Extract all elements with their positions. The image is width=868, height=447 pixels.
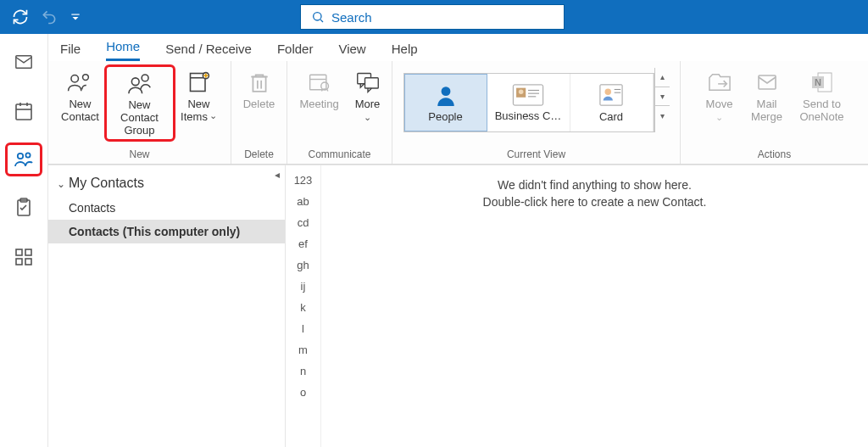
alpha-n[interactable]: n: [300, 365, 306, 377]
more-apps-rail-icon[interactable]: [9, 244, 38, 270]
svg-rect-0: [71, 14, 79, 15]
svg-point-17: [82, 75, 88, 81]
alpha-m[interactable]: m: [298, 344, 308, 356]
svg-rect-12: [16, 249, 22, 255]
send-to-onenote-button: N Send to OneNote: [793, 68, 852, 124]
group-label-delete: Delete: [244, 147, 274, 162]
new-items-icon: [186, 68, 212, 97]
svg-point-18: [131, 78, 139, 86]
svg-point-16: [70, 75, 78, 83]
view-card[interactable]: Card: [570, 74, 654, 131]
gallery-expand[interactable]: ▾: [655, 106, 670, 126]
view-gallery: People Business C…: [403, 73, 654, 132]
svg-point-19: [142, 75, 148, 81]
folder-nav-pane: ◂ ⌄ My Contacts Contacts Contacts (This …: [48, 165, 286, 447]
svg-rect-15: [25, 259, 31, 265]
search-placeholder: Search: [331, 10, 372, 25]
mail-merge-button: Mail Merge: [745, 68, 789, 124]
svg-rect-3: [16, 56, 31, 69]
alpha-ab[interactable]: ab: [297, 195, 309, 208]
empty-state[interactable]: We didn't find anything to show here. Do…: [321, 165, 868, 447]
gallery-scroll-down[interactable]: ▾: [655, 87, 670, 107]
tab-home[interactable]: Home: [106, 39, 140, 61]
chevron-down-icon: ⌄: [57, 178, 65, 190]
svg-rect-13: [25, 249, 31, 255]
calendar-rail-icon[interactable]: [9, 98, 38, 124]
svg-point-1: [314, 13, 321, 20]
svg-rect-32: [364, 78, 378, 88]
svg-rect-40: [600, 84, 622, 104]
group-label-new: New: [129, 147, 149, 162]
title-bar: Search: [0, 0, 868, 34]
mail-merge-icon: [755, 68, 779, 97]
onenote-icon: N: [810, 68, 834, 97]
svg-point-36: [519, 89, 524, 94]
nav-item-contacts[interactable]: Contacts: [48, 196, 285, 220]
ribbon: New Contact New Contact Group New Items: [48, 61, 868, 165]
gallery-scroll-up[interactable]: ▴: [655, 68, 670, 87]
new-items-button[interactable]: New Items: [177, 68, 221, 124]
ribbon-group-new: New Contact New Contact Group New Items: [48, 61, 231, 164]
view-people[interactable]: People: [404, 74, 487, 131]
svg-rect-25: [253, 77, 265, 92]
navigation-rail: [0, 34, 48, 447]
view-business-card[interactable]: Business C…: [487, 74, 570, 131]
more-communicate-button[interactable]: More⌄: [349, 68, 387, 124]
tab-file[interactable]: File: [60, 42, 81, 61]
svg-line-2: [320, 20, 323, 22]
alpha-o[interactable]: o: [300, 386, 306, 399]
people-rail-icon[interactable]: [5, 142, 42, 176]
move-button: Move⌄: [698, 68, 742, 124]
alpha-gh[interactable]: gh: [297, 259, 309, 271]
alpha-k[interactable]: k: [300, 301, 306, 314]
alpha-index: 123 ab cd ef gh ij k l m n o: [286, 165, 321, 447]
alpha-l[interactable]: l: [302, 322, 304, 335]
alpha-cd[interactable]: cd: [298, 216, 309, 229]
svg-rect-14: [16, 259, 22, 265]
group-label-current-view: Current View: [507, 147, 565, 162]
new-contact-icon: [66, 68, 95, 97]
new-contact-button[interactable]: New Contact: [58, 68, 103, 124]
more-icon: [356, 68, 380, 97]
ribbon-group-communicate: Meeting More⌄ Communicate: [287, 61, 392, 164]
tab-help[interactable]: Help: [392, 42, 418, 61]
tab-send-receive[interactable]: Send / Receive: [165, 42, 252, 61]
alpha-123[interactable]: 123: [294, 174, 313, 187]
svg-point-33: [441, 87, 450, 96]
svg-point-9: [25, 153, 30, 157]
ribbon-tabs: File Home Send / Receive Folder View Hel…: [48, 34, 868, 61]
collapse-nav-icon[interactable]: ◂: [275, 169, 280, 181]
ribbon-group-actions: Move⌄ Mail Merge N Send to OneNote: [681, 61, 868, 164]
meeting-button: Meeting: [293, 68, 346, 111]
svg-point-41: [605, 88, 611, 94]
group-label-communicate: Communicate: [308, 147, 370, 162]
nav-header-my-contacts[interactable]: ⌄ My Contacts: [48, 174, 285, 196]
alpha-ij[interactable]: ij: [301, 280, 306, 293]
search-box[interactable]: Search: [300, 4, 565, 30]
empty-line2: Double-click here to create a new Contac…: [321, 194, 868, 211]
new-contact-group-button[interactable]: New Contact Group: [104, 64, 175, 142]
mail-rail-icon[interactable]: [9, 49, 38, 75]
svg-text:N: N: [815, 77, 821, 87]
tasks-rail-icon[interactable]: [9, 195, 38, 221]
ribbon-group-current-view: People Business C…: [392, 61, 681, 164]
svg-rect-44: [759, 75, 776, 89]
move-icon: [707, 68, 732, 97]
svg-rect-4: [16, 104, 31, 120]
content-area: ◂ ⌄ My Contacts Contacts Contacts (This …: [48, 165, 868, 447]
meeting-icon: [307, 68, 332, 97]
card-icon: [598, 83, 624, 107]
person-icon: [435, 83, 457, 107]
sync-icon[interactable]: [12, 8, 29, 25]
tab-folder[interactable]: Folder: [277, 42, 314, 61]
tab-view[interactable]: View: [338, 42, 365, 61]
group-label-actions: Actions: [758, 147, 791, 162]
nav-item-contacts-local[interactable]: Contacts (This computer only): [48, 220, 285, 243]
delete-button: Delete: [237, 68, 281, 111]
gallery-scroll: ▴ ▾ ▾: [654, 68, 670, 132]
alpha-ef[interactable]: ef: [298, 237, 308, 250]
qat-dropdown-icon[interactable]: [70, 11, 81, 23]
empty-line1: We didn't find anything to show here.: [321, 177, 868, 194]
undo-icon[interactable]: [41, 8, 58, 25]
trash-icon: [248, 68, 270, 97]
